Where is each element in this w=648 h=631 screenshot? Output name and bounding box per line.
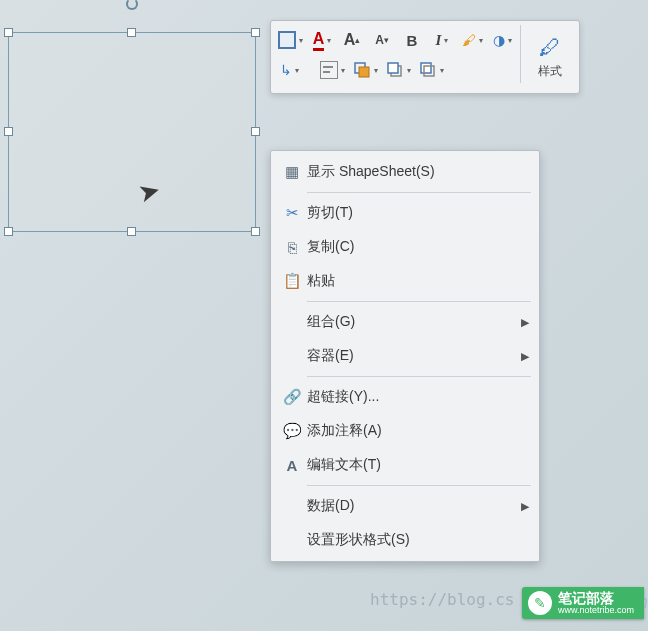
font-color-a-icon: A <box>313 30 325 51</box>
increase-font-icon: A <box>344 31 356 49</box>
resize-handle-top-right[interactable] <box>251 28 260 37</box>
menu-edit-text-label: 编辑文本(T) <box>307 456 529 474</box>
menu-container[interactable]: 容器(E) ▶ <box>271 339 539 373</box>
resize-handle-bottom-right[interactable] <box>251 227 260 236</box>
increase-font-button[interactable]: A▴ <box>338 25 366 55</box>
send-back-icon <box>419 61 437 79</box>
menu-hyperlink-label: 超链接(Y)... <box>307 388 529 406</box>
italic-button[interactable]: I <box>428 25 456 55</box>
bring-front-icon <box>386 61 404 79</box>
position-button[interactable] <box>350 55 381 85</box>
menu-add-comment[interactable]: 💬 添加注释(A) <box>271 414 539 448</box>
format-painter-button[interactable]: 🖌 <box>458 25 486 55</box>
watermark-blog-url: https://blog.cs <box>370 590 515 609</box>
scissors-icon: ✂ <box>277 204 307 222</box>
shape-style-gallery[interactable] <box>275 25 306 55</box>
drawing-canvas[interactable]: ➤ <box>8 28 256 232</box>
menu-separator <box>307 192 531 193</box>
menu-cut[interactable]: ✂ 剪切(T) <box>271 196 539 230</box>
format-painter-icon: 🖌 <box>462 32 476 48</box>
menu-container-label: 容器(E) <box>307 347 521 365</box>
menu-group-label: 组合(G) <box>307 313 521 331</box>
menu-data[interactable]: 数据(D) ▶ <box>271 489 539 523</box>
bold-button[interactable]: B <box>398 25 426 55</box>
menu-paste-label: 粘贴 <box>307 272 529 290</box>
menu-edit-text[interactable]: A 编辑文本(T) <box>271 448 539 482</box>
bring-front-button[interactable] <box>383 55 414 85</box>
menu-data-label: 数据(D) <box>307 497 521 515</box>
menu-separator <box>307 376 531 377</box>
shape-fill-icon: ◑ <box>493 32 505 48</box>
mini-toolbar: A A▴ A▾ B I 🖌 ◑ <box>270 20 580 94</box>
menu-format-shape[interactable]: 设置形状格式(S) <box>271 523 539 557</box>
menu-separator <box>307 301 531 302</box>
connector-icon: ↳ <box>280 62 292 78</box>
resize-handle-top-mid[interactable] <box>127 28 136 37</box>
font-color-button[interactable]: A <box>308 25 336 55</box>
shapesheet-icon: ▦ <box>277 163 307 181</box>
position-icon <box>353 61 371 79</box>
menu-add-comment-label: 添加注释(A) <box>307 422 529 440</box>
paste-icon: 📋 <box>277 272 307 290</box>
styles-button[interactable]: 🖊 样式 <box>525 25 575 89</box>
menu-format-shape-label: 设置形状格式(S) <box>307 531 529 549</box>
shape-fill-button[interactable]: ◑ <box>488 25 516 55</box>
svg-rect-1 <box>359 67 369 77</box>
decrease-font-icon: A <box>375 33 384 47</box>
menu-group[interactable]: 组合(G) ▶ <box>271 305 539 339</box>
rotate-handle[interactable] <box>126 0 138 10</box>
connector-button[interactable]: ↳ <box>275 55 303 85</box>
submenu-arrow-icon: ▶ <box>521 316 529 329</box>
menu-hyperlink[interactable]: 🔗 超链接(Y)... <box>271 380 539 414</box>
italic-icon: I <box>436 32 442 49</box>
watermark-pen-icon: ✎ <box>528 591 552 615</box>
menu-copy-label: 复制(C) <box>307 238 529 256</box>
submenu-arrow-icon: ▶ <box>521 350 529 363</box>
align-button[interactable] <box>317 55 348 85</box>
decrease-font-button[interactable]: A▾ <box>368 25 396 55</box>
styles-brush-icon: 🖊 <box>539 35 561 61</box>
menu-cut-label: 剪切(T) <box>307 204 529 222</box>
watermark-badge: ✎ 笔记部落 www.notetribe.com <box>522 587 644 619</box>
style-box-icon <box>278 31 296 49</box>
submenu-arrow-icon: ▶ <box>521 500 529 513</box>
comment-icon: 💬 <box>277 422 307 440</box>
resize-handle-mid-left[interactable] <box>4 127 13 136</box>
copy-icon: ⎘ <box>277 239 307 256</box>
selected-rectangle-shape[interactable] <box>8 32 256 232</box>
menu-copy[interactable]: ⎘ 复制(C) <box>271 230 539 264</box>
resize-handle-bottom-left[interactable] <box>4 227 13 236</box>
svg-rect-4 <box>421 63 431 73</box>
send-back-button[interactable] <box>416 55 447 85</box>
menu-show-shapesheet-label: 显示 ShapeSheet(S) <box>307 163 529 181</box>
menu-show-shapesheet[interactable]: ▦ 显示 ShapeSheet(S) <box>271 155 539 189</box>
resize-handle-mid-right[interactable] <box>251 127 260 136</box>
edit-text-icon: A <box>277 457 307 474</box>
watermark-title: 笔记部落 <box>558 591 634 606</box>
menu-paste[interactable]: 📋 粘贴 <box>271 264 539 298</box>
resize-handle-bottom-mid[interactable] <box>127 227 136 236</box>
svg-rect-3 <box>388 63 398 73</box>
resize-handle-top-left[interactable] <box>4 28 13 37</box>
shape-context-menu: ▦ 显示 ShapeSheet(S) ✂ 剪切(T) ⎘ 复制(C) 📋 粘贴 … <box>270 150 540 562</box>
align-icon <box>320 61 338 79</box>
watermark-url: www.notetribe.com <box>558 606 634 615</box>
hyperlink-icon: 🔗 <box>277 388 307 406</box>
menu-separator <box>307 485 531 486</box>
bold-icon: B <box>407 32 418 49</box>
toolbar-separator <box>520 25 521 83</box>
styles-label: 样式 <box>538 63 562 80</box>
